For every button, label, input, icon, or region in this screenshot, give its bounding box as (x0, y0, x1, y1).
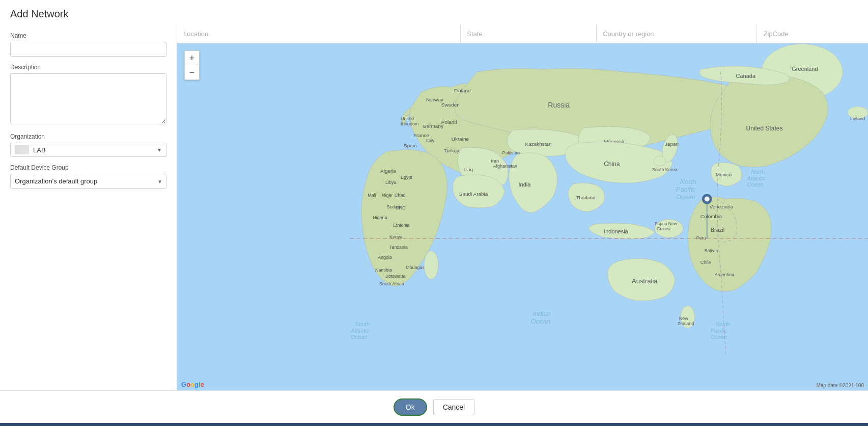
default-device-group-field-group: Default Device Group Organization's defa… (10, 164, 166, 189)
svg-text:Ethiopia: Ethiopia (393, 223, 409, 228)
map-data-text: Map data ©2021 100 (816, 383, 864, 388)
svg-text:New: New (679, 316, 688, 321)
svg-text:Ocean: Ocean (530, 317, 550, 325)
svg-text:Norway: Norway (426, 97, 443, 102)
svg-text:South Africa: South Africa (379, 281, 404, 286)
svg-text:Iraq: Iraq (464, 167, 473, 172)
svg-text:Thailand: Thailand (576, 195, 595, 200)
svg-text:India: India (519, 181, 531, 188)
svg-text:South: South (355, 321, 370, 327)
svg-text:Pakistan: Pakistan (502, 150, 520, 155)
svg-text:Colombia: Colombia (701, 214, 722, 219)
zoom-out-button[interactable]: − (185, 65, 199, 79)
org-avatar-icon (15, 145, 29, 154)
organization-select[interactable]: LAB ▼ (10, 143, 166, 157)
svg-text:Botswana: Botswana (385, 274, 405, 279)
svg-text:Niger: Niger (382, 193, 393, 198)
svg-text:Angola: Angola (378, 255, 392, 260)
cancel-button[interactable]: Cancel (433, 399, 475, 415)
svg-text:Pacific: Pacific (676, 185, 696, 193)
svg-text:United: United (401, 116, 414, 121)
state-input[interactable] (461, 25, 597, 43)
bottom-bar (0, 423, 868, 426)
footer: Ok Cancel (0, 390, 868, 423)
svg-text:Iceland: Iceland (850, 116, 865, 121)
svg-text:North: North (680, 178, 696, 185)
svg-point-84 (705, 197, 710, 202)
zoom-in-button[interactable]: + (185, 51, 199, 65)
ok-button[interactable]: Ok (394, 398, 427, 416)
org-dropdown-icon: ▼ (157, 147, 162, 153)
svg-text:Italy: Italy (426, 138, 435, 143)
svg-text:Argentina: Argentina (715, 272, 734, 277)
svg-text:Indian: Indian (533, 310, 550, 317)
default-device-group-select-wrapper: Organization's default group ▼ (10, 174, 166, 189)
svg-text:Japan: Japan (665, 141, 679, 147)
svg-text:Spain: Spain (404, 143, 417, 148)
svg-text:Kenya: Kenya (389, 234, 402, 239)
svg-text:Indonesia: Indonesia (604, 228, 628, 234)
svg-text:Turkey: Turkey (444, 148, 459, 153)
zipcode-input[interactable] (757, 25, 868, 43)
svg-text:Greenland: Greenland (792, 66, 818, 72)
name-input[interactable] (10, 42, 166, 57)
svg-text:Chile: Chile (701, 260, 711, 265)
svg-text:Kazakhstan: Kazakhstan (525, 141, 551, 147)
svg-text:Germany: Germany (423, 123, 443, 129)
svg-text:South Korea: South Korea (652, 167, 678, 172)
svg-text:United States: United States (746, 125, 783, 132)
country-input[interactable] (597, 25, 757, 43)
left-panel: Name Description Organization LAB ▼ Defa… (0, 25, 177, 390)
svg-point-13 (654, 156, 666, 166)
svg-text:Nigeria: Nigeria (373, 215, 387, 220)
svg-text:Pacific: Pacific (711, 328, 727, 334)
name-field-group: Name (10, 32, 166, 57)
description-field-group: Description (10, 64, 166, 126)
svg-text:Australia: Australia (632, 277, 658, 285)
svg-text:Russia: Russia (548, 101, 570, 109)
default-device-group-label: Default Device Group (10, 164, 166, 171)
svg-text:Papua New: Papua New (655, 221, 678, 226)
organization-field-group: Organization LAB ▼ (10, 133, 166, 157)
svg-text:Ocean: Ocean (676, 193, 695, 201)
svg-text:Peru: Peru (696, 235, 706, 241)
svg-text:Canada: Canada (736, 73, 756, 79)
svg-text:Ocean: Ocean (747, 181, 764, 188)
map-controls: + − (184, 50, 200, 80)
map-svg: Greenland Iceland United Kingdom Russia (177, 43, 868, 390)
location-input[interactable] (177, 25, 461, 43)
map-container[interactable]: Greenland Iceland United Kingdom Russia (177, 43, 868, 390)
svg-text:Atlantic: Atlantic (747, 175, 766, 181)
svg-text:Iran: Iran (491, 158, 499, 164)
svg-text:Ocean: Ocean (351, 334, 367, 340)
svg-text:Algeria: Algeria (380, 168, 396, 174)
svg-text:Brazil: Brazil (711, 227, 724, 233)
organization-label: Organization (10, 133, 166, 140)
svg-text:France: France (413, 132, 429, 138)
page-title: Add Network (0, 0, 868, 25)
svg-text:Zealand: Zealand (678, 321, 694, 326)
svg-text:Mali: Mali (368, 193, 376, 198)
default-device-group-select[interactable]: Organization's default group (10, 174, 166, 189)
svg-text:Finland: Finland (454, 88, 471, 93)
svg-text:Tanzania: Tanzania (389, 245, 408, 250)
svg-text:DRC: DRC (396, 205, 406, 210)
map-fields-row (177, 25, 868, 43)
svg-text:Egypt: Egypt (401, 175, 412, 180)
svg-text:Saudi Arabia: Saudi Arabia (459, 191, 488, 197)
svg-text:Libya: Libya (385, 180, 396, 185)
svg-text:Sweden: Sweden (441, 102, 460, 108)
svg-text:North: North (751, 169, 765, 175)
svg-text:Bolivia: Bolivia (705, 248, 718, 253)
svg-text:Guinea: Guinea (657, 226, 671, 231)
svg-text:China: China (604, 161, 620, 168)
name-label: Name (10, 32, 166, 39)
description-label: Description (10, 64, 166, 71)
google-logo: Google (181, 381, 204, 388)
svg-text:South: South (716, 321, 731, 327)
svg-text:Afghanistan: Afghanistan (493, 164, 517, 169)
organization-value: LAB (33, 146, 153, 154)
svg-text:Kingdom: Kingdom (401, 121, 418, 126)
right-panel: Greenland Iceland United Kingdom Russia (177, 25, 868, 390)
description-input[interactable] (10, 73, 166, 124)
